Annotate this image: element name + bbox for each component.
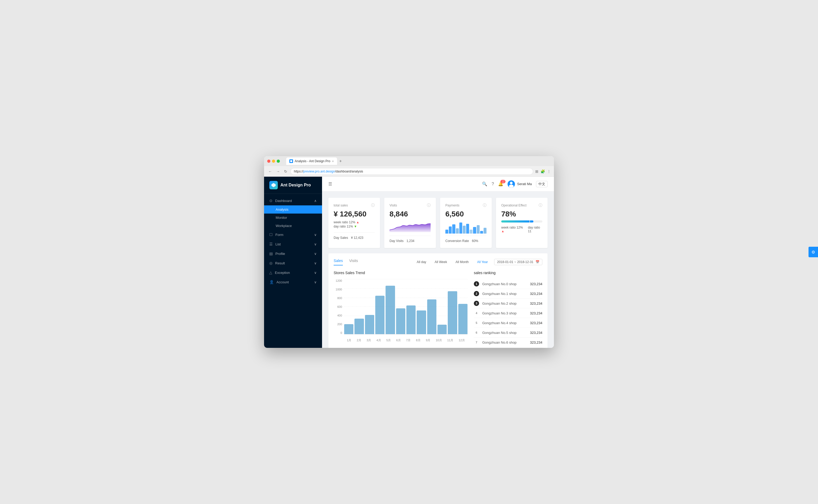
sidebar-item-workplace[interactable]: Workplace (264, 222, 322, 230)
sidebar-item-label-form: Form (275, 233, 283, 237)
sidebar-item-label-list: List (275, 242, 281, 246)
stat-label-operational-effect: Operational Effect ⓘ (501, 203, 542, 208)
bar-chart-area: Stores Sales Trend 1200 1000 800 600 400… (334, 271, 467, 347)
address-bar[interactable]: https://preview.pro.ant.design/dashboard… (291, 168, 533, 175)
ranking-list: 1 Gongzhuan No.0 shop 323,234 2 Gongzhua… (474, 279, 542, 347)
visits-mini-chart (390, 220, 431, 234)
filter-all-year[interactable]: All Year (475, 259, 490, 265)
stat-footer-visits: Day Visits 1,234 (390, 236, 431, 243)
stats-grid: total sales ⓘ ¥ 126,560 week ratio 12% ▲… (328, 198, 548, 248)
rank-shop-name: Gongzhuan No.0 shop (482, 282, 527, 286)
active-tab[interactable]: Analysis - Ant Design Pro ✕ (286, 157, 337, 165)
sidebar-item-label-analysis: Analysis (276, 207, 288, 211)
search-icon[interactable]: 🔍 (482, 181, 487, 186)
stat-label-total-sales: total sales ⓘ (334, 203, 375, 208)
ranking-item: 6 Gongzhuan No.5 shop 323,234 (474, 328, 542, 338)
url-path: /dashboard/analysis (335, 170, 363, 173)
sidebar-item-list[interactable]: ☰ List ∨ (264, 239, 322, 249)
gear-button[interactable]: ⚙ (809, 247, 818, 257)
chart-bar (448, 291, 457, 334)
stat-footer-total-sales: Day Sales ¥ 12,423 (334, 233, 375, 240)
filter-all-day[interactable]: All day (415, 259, 428, 265)
chart-bar (417, 310, 426, 334)
sidebar-item-form[interactable]: ☐ Form ∨ (264, 230, 322, 239)
tab-visits[interactable]: Visits (349, 259, 358, 265)
help-icon[interactable]: ? (491, 182, 494, 186)
filter-all-month[interactable]: All Month (453, 259, 471, 265)
sidebar-item-label-result: Result (275, 261, 285, 265)
form-icon: ☐ (269, 233, 273, 237)
stat-value-visits: 8,846 (390, 210, 431, 218)
ranking-item: 5 Gongzhuan No.4 shop 323,234 (474, 318, 542, 328)
tab-sales[interactable]: Sales (334, 259, 343, 265)
filter-all-week[interactable]: All Week (432, 259, 449, 265)
language-button[interactable]: 中文 (536, 181, 548, 187)
sidebar-item-result[interactable]: ◎ Result ∨ (264, 258, 322, 268)
sales-header: Sales Visits All day All Week All Month … (334, 259, 542, 265)
stat-label-payments: Payments ⓘ (445, 203, 486, 208)
ranking-item: 4 Gongzhuan No.3 shop 323,234 (474, 308, 542, 318)
hamburger-icon[interactable]: ☰ (328, 181, 332, 186)
info-icon-payments[interactable]: ⓘ (483, 203, 486, 208)
rank-value: 323,234 (530, 282, 542, 286)
x-axis-label: 11月 (447, 338, 453, 342)
tab-close-icon[interactable]: ✕ (332, 160, 334, 163)
sidebar-item-analysis[interactable]: Analysis (264, 205, 322, 214)
chart-bar (365, 315, 374, 334)
x-axis-label: 2月 (357, 338, 361, 342)
sidebar: Ant Design Pro ⊙ Dashboard ∧ Analysis Mo… (264, 177, 322, 348)
chevron-down-icon-account: ∨ (314, 280, 317, 284)
exception-icon: △ (269, 270, 272, 275)
info-icon-operational[interactable]: ⓘ (539, 203, 542, 208)
rank-number: 7 (474, 340, 479, 345)
list-icon: ☰ (269, 242, 273, 246)
notification-icon[interactable]: 🔔 12 (498, 181, 503, 186)
sidebar-item-label-monitor: Monitor (276, 216, 287, 220)
dashboard-icon: ⊙ (269, 199, 273, 203)
chart-x-axis: 1月2月3月4月5月6月7月8月9月10月11月12月 (344, 338, 467, 342)
maximize-button[interactable] (277, 160, 280, 163)
chart-y-axis: 1200 1000 800 600 400 200 0 (334, 279, 344, 334)
date-separator: ~ (514, 260, 516, 264)
payments-mini-chart (445, 220, 486, 234)
date-range-picker[interactable]: 2018-01-01 ~ 2018-12-31 📅 (494, 259, 542, 265)
forward-button[interactable]: → (275, 168, 281, 175)
calendar-icon: 📅 (535, 260, 539, 264)
sidebar-item-profile[interactable]: ▤ Profile ∨ (264, 249, 322, 258)
x-axis-label: 4月 (377, 338, 381, 342)
ranking-item: 3 Gongzhuan No.2 shop 323,234 (474, 299, 542, 308)
extension-icon[interactable]: 🧩 (540, 169, 545, 174)
chevron-down-icon: ∨ (314, 233, 317, 237)
stat-footer-payments: Conversion Rate 60% (445, 236, 486, 243)
svg-point-3 (509, 185, 514, 188)
rank-number: 5 (474, 320, 479, 325)
chart-container: Stores Sales Trend 1200 1000 800 600 400… (334, 271, 542, 347)
close-button[interactable] (267, 160, 270, 163)
gear-icon: ⚙ (811, 250, 815, 255)
navigation: ⊙ Dashboard ∧ Analysis Monitor Workplace (264, 194, 322, 348)
stat-value-operational-effect: 78% (501, 210, 542, 218)
date-start: 2018-01-01 (497, 260, 513, 264)
result-icon: ◎ (269, 261, 273, 265)
sidebar-item-account[interactable]: 👤 Account ∨ (264, 277, 322, 287)
user-info[interactable]: Serati Ma (507, 180, 532, 188)
notification-badge: 12 (500, 180, 505, 183)
sidebar-item-monitor[interactable]: Monitor (264, 214, 322, 222)
chart-bar (386, 286, 395, 334)
info-icon-visits[interactable]: ⓘ (427, 203, 431, 208)
rank-shop-name: Gongzhuan No.3 shop (482, 311, 527, 315)
new-tab-button[interactable]: + (338, 158, 343, 165)
logo-icon (269, 181, 278, 189)
browser-bar: ← → ↻ https://preview.pro.ant.design/das… (264, 166, 554, 177)
info-icon-sales[interactable]: ⓘ (371, 203, 375, 208)
back-button[interactable]: ← (267, 168, 273, 175)
more-icon[interactable]: ⋮ (547, 169, 551, 174)
chevron-down-icon-list: ∨ (314, 242, 317, 246)
x-axis-label: 12月 (459, 338, 465, 342)
sidebar-item-exception[interactable]: △ Exception ∨ (264, 268, 322, 277)
translate-icon[interactable]: ⊞ (535, 169, 538, 174)
sidebar-item-dashboard[interactable]: ⊙ Dashboard ∧ (264, 196, 322, 205)
minimize-button[interactable] (272, 160, 275, 163)
reload-button[interactable]: ↻ (283, 168, 288, 175)
ranking-item: 2 Gongzhuan No.1 shop 323,234 (474, 289, 542, 299)
